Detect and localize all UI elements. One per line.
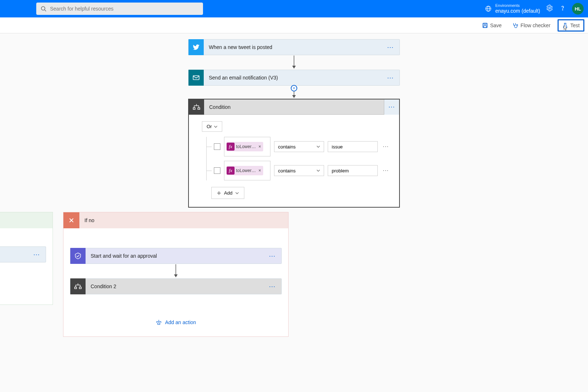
if-no-branch: If no Start and wait for an approval ··· [63,212,289,337]
svg-marker-33 [174,274,178,277]
approval-step-card[interactable]: Start and wait for an approval ··· [70,248,282,264]
svg-point-6 [562,9,563,10]
approval-icon [70,248,86,264]
operator-label: contains [278,144,295,150]
trigger-more-button[interactable]: ··· [381,44,399,51]
approval-title: Start and wait for an approval [86,253,263,259]
yes-step-card[interactable]: rd ··· [0,246,46,262]
svg-rect-21 [193,107,195,109]
fx-badge-icon: fx [227,143,235,151]
approval-more-button[interactable]: ··· [263,252,281,260]
save-button[interactable]: Save [479,20,505,30]
connector-arrow [291,55,297,70]
stethoscope-icon [512,22,518,29]
flow-canvas: When a new tweet is posted ··· Send an e… [0,33,588,337]
settings-icon[interactable] [546,4,553,13]
remove-token-button[interactable]: × [258,168,262,173]
email-step-more-button[interactable]: ··· [381,74,399,82]
value-input[interactable] [328,141,378,152]
save-icon [482,23,488,28]
add-condition-label: Add [224,190,232,196]
email-step-title: Send an email notification (V3) [204,75,381,81]
condition-title: Condition [204,104,384,110]
group-operator-dropdown[interactable]: Or [202,121,222,132]
close-icon [63,212,79,228]
plus-icon [217,191,221,195]
chevron-down-icon [316,169,320,172]
svg-line-1 [45,10,46,11]
svg-point-5 [549,7,551,9]
group-operator-label: Or [207,124,212,129]
chevron-down-icon [235,191,239,195]
expression-text: toLower(... [236,168,256,173]
trigger-title: When a new tweet is posted [204,44,381,50]
row-checkbox[interactable] [214,167,220,174]
add-action-icon [156,319,162,326]
help-icon[interactable] [559,4,566,13]
test-button[interactable]: Test [558,19,584,32]
condition-icon [189,99,204,115]
svg-marker-16 [292,95,296,98]
condition2-card[interactable]: Condition 2 ··· [70,278,282,294]
operator-dropdown[interactable]: contains [274,141,324,152]
condition-row: fx toLower(... × contains ··· [207,137,390,156]
expression-text: toLower(... [236,144,256,149]
flow-checker-button[interactable]: Flow checker [509,20,553,31]
svg-point-10 [516,24,518,26]
value-input[interactable] [328,165,378,176]
add-step-button[interactable]: + [291,85,297,91]
environment-icon [485,5,492,12]
trigger-card[interactable]: When a new tweet is posted ··· [188,39,400,55]
save-label: Save [490,23,502,28]
svg-rect-44 [158,323,160,325]
cursor-icon [563,25,568,31]
expression-field[interactable]: fx toLower(... × [224,137,270,156]
if-no-header: If no [63,212,288,228]
add-condition-button[interactable]: Add [211,187,244,199]
chevron-down-icon [316,145,320,148]
add-action-button[interactable]: Add an action [70,319,282,326]
remove-token-button[interactable]: × [258,144,262,149]
add-action-label: Add an action [165,319,196,325]
fx-badge-icon: fx [227,167,235,175]
top-navigation: Environments enayu.com (default) HL [0,0,588,17]
expression-field[interactable]: fx toLower(... × [224,161,270,180]
search-box[interactable] [36,3,203,15]
yes-step-more-button[interactable]: ··· [28,251,46,258]
environment-name: enayu.com (default) [495,8,540,14]
svg-point-0 [41,7,45,10]
search-icon [41,6,46,12]
condition2-title: Condition 2 [86,283,263,289]
svg-rect-8 [484,23,486,25]
condition-row: fx toLower(... × contains ··· [207,161,390,180]
row-more-button[interactable]: ··· [381,143,390,150]
user-avatar[interactable]: HL [572,3,584,15]
twitter-icon [189,39,204,55]
add-action-button[interactable]: Add an action [0,287,46,294]
if-no-title: If no [79,217,94,223]
test-label: Test [570,23,580,28]
yes-step-title: rd [0,252,28,257]
if-yes-header [0,212,53,228]
environment-label: Environments [495,3,540,8]
row-checkbox[interactable] [214,143,220,150]
email-step-card[interactable]: Send an email notification (V3) ··· [188,70,400,86]
condition-more-button[interactable]: ··· [384,99,399,115]
condition-icon [70,278,86,294]
svg-rect-9 [484,26,486,28]
command-bar: Save Flow checker Test [0,17,588,33]
condition2-more-button[interactable]: ··· [263,283,281,290]
connector-arrow-plus: + [291,86,297,99]
search-input[interactable] [50,6,199,12]
if-yes-branch: rd ··· Add an action [0,212,53,305]
connector-arrow [70,264,282,278]
svg-marker-13 [292,66,296,69]
operator-label: contains [278,168,295,173]
condition-card[interactable]: Condition ··· Or fx toLower(... [188,99,400,208]
mail-icon [189,70,204,86]
chevron-down-icon [214,125,218,128]
flow-checker-label: Flow checker [521,23,550,28]
operator-dropdown[interactable]: contains [274,165,324,176]
row-more-button[interactable]: ··· [381,167,390,174]
environment-picker[interactable]: Environments enayu.com (default) [485,3,540,14]
